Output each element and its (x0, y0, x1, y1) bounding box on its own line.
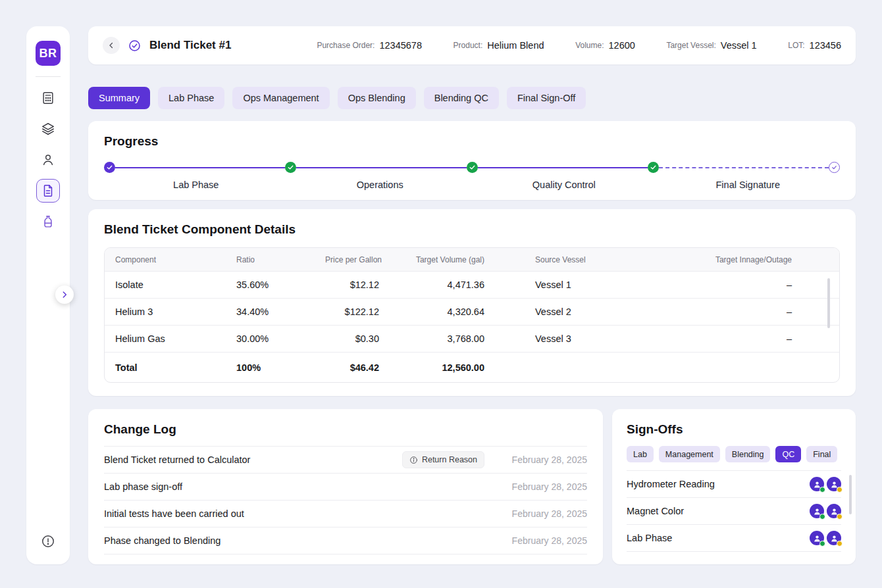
col-price-per-gallon: Price per Gallon (315, 255, 389, 264)
entry-text: Initial tests have been carried out (104, 508, 244, 519)
sign-off-avatars (810, 477, 841, 491)
ticket-header: Blend Ticket #1 Purchase Order: 12345678… (88, 26, 856, 64)
component-details-title: Blend Ticket Component Details (104, 222, 840, 237)
cell-source-vessel: Vessel 3 (494, 333, 692, 344)
field-value: 123456 (810, 40, 841, 51)
back-button[interactable] (103, 37, 120, 54)
step-label-operations: Operations (288, 180, 473, 190)
signer-avatar[interactable] (810, 477, 824, 491)
signer-avatar[interactable] (810, 504, 824, 518)
step-connector (478, 167, 648, 168)
return-reason-label: Return Reason (422, 455, 477, 464)
tab-blending-qc[interactable]: Blending QC (424, 87, 499, 109)
info-icon (409, 456, 418, 464)
change-log-entry: Phase changed to Blending February 28, 2… (104, 527, 587, 554)
col-target-volume: Target Volume (gal) (389, 255, 494, 264)
sidebar-expand-button[interactable] (55, 285, 74, 304)
sidebar-item-vessels[interactable] (36, 210, 60, 233)
sign-off-label: Magnet Color (627, 506, 684, 516)
filter-qc[interactable]: QC (775, 446, 801, 462)
chevron-left-icon (107, 41, 116, 50)
sign-off-item: Magnet Color (627, 498, 841, 525)
sign-offs-scrollbar[interactable] (849, 475, 852, 514)
step-node-qc-done (648, 162, 659, 173)
field-label: Product: (454, 41, 483, 50)
step-node-lab-done (285, 162, 296, 173)
table-row: Isolate 35.60% $12.12 4,471.36 Vessel 1 … (105, 272, 839, 299)
cell-total-label: Total (105, 362, 226, 373)
cell-volume: 4,471.36 (389, 280, 494, 290)
document-icon (41, 184, 55, 198)
sidebar-item-layers[interactable] (36, 117, 60, 141)
status-badge-approved (819, 487, 825, 493)
signer-avatar[interactable] (810, 531, 824, 545)
layers-icon (41, 122, 55, 136)
step-node-final-pending (829, 162, 840, 173)
entry-date: February 28, 2025 (502, 481, 587, 492)
chevron-right-icon (60, 290, 69, 299)
tab-ops-blending[interactable]: Ops Blending (338, 87, 416, 109)
tab-lab-phase[interactable]: Lab Phase (158, 87, 224, 109)
sign-off-list: Hydrometer Reading Magnet Color (627, 470, 841, 552)
page-title: Blend Ticket #1 (149, 39, 231, 52)
progress-card: Progress Lab Phase Operations Quality Co… (88, 121, 856, 200)
tab-summary[interactable]: Summary (88, 87, 150, 109)
field-label: Purchase Order: (317, 41, 375, 50)
progress-stepper (104, 162, 840, 173)
col-source-vessel: Source Vessel (494, 255, 692, 264)
cell-source-vessel: Vessel 1 (494, 280, 692, 290)
cell-total-ratio: 100% (226, 362, 315, 373)
table-row: Helium 3 34.40% $122.12 4,320.64 Vessel … (105, 299, 839, 326)
filter-blending[interactable]: Blending (725, 446, 771, 462)
change-log-card: Change Log Blend Ticket returned to Calc… (88, 409, 603, 564)
field-value: Vessel 1 (721, 40, 757, 51)
entry-text: Lab phase sign-off (104, 481, 182, 492)
status-badge-approved (819, 541, 825, 547)
field-label: LOT: (788, 41, 804, 50)
change-log-entry: Initial tests have been carried out Febr… (104, 501, 587, 527)
table-scrollbar[interactable] (827, 278, 830, 328)
entry-text: Blend Ticket returned to Calculator (104, 454, 250, 465)
cell-price: $122.12 (315, 306, 389, 317)
field-purchase-order: Purchase Order: 12345678 (317, 40, 422, 51)
signer-avatar[interactable] (827, 531, 841, 545)
entry-text: Phase changed to Blending (104, 535, 220, 546)
field-value: 12600 (609, 40, 635, 51)
component-details-card: Blend Ticket Component Details Component… (88, 209, 856, 396)
sign-off-filters: Lab Management Blending QC Final (627, 446, 841, 462)
cell-component: Helium Gas (105, 333, 226, 344)
filter-lab[interactable]: Lab (627, 446, 654, 462)
tab-ops-management[interactable]: Ops Management (232, 87, 329, 109)
filter-final[interactable]: Final (806, 446, 837, 462)
sign-offs-card: Sign-Offs Lab Management Blending QC Fin… (612, 409, 856, 564)
sidebar-nav (36, 86, 60, 233)
entry-date: February 28, 2025 (502, 535, 587, 546)
return-reason-button[interactable]: Return Reason (402, 451, 484, 468)
signer-avatar[interactable] (827, 477, 841, 491)
field-product: Product: Helium Blend (454, 40, 544, 51)
step-node-start-done (104, 162, 115, 173)
filter-management[interactable]: Management (659, 446, 720, 462)
app-logo: BR (36, 41, 61, 66)
sign-off-avatars (810, 504, 841, 518)
calculator-icon (41, 91, 55, 105)
sidebar-item-blend-tickets[interactable] (36, 179, 60, 203)
cell-ratio: 30.00% (226, 333, 315, 344)
field-value: 12345678 (379, 40, 422, 51)
signer-avatar[interactable] (827, 504, 841, 518)
field-label: Volume: (575, 41, 604, 50)
alert-circle-icon (41, 534, 55, 549)
components-table: Component Ratio Price per Gallon Target … (104, 247, 840, 383)
cell-volume: 3,768.00 (389, 333, 494, 344)
cell-total-price: $46.42 (315, 362, 389, 373)
cell-component: Helium 3 (105, 306, 226, 317)
step-label-lab-phase: Lab Phase (104, 180, 288, 190)
status-badge-pending (837, 541, 843, 547)
tab-final-sign-off[interactable]: Final Sign-Off (507, 87, 586, 109)
field-volume: Volume: 12600 (575, 40, 635, 51)
sidebar-item-calculator[interactable] (36, 86, 60, 110)
sidebar-footer-alert[interactable] (41, 534, 55, 551)
field-lot: LOT: 123456 (788, 40, 841, 51)
sidebar-item-users[interactable] (36, 148, 60, 172)
table-total-row: Total 100% $46.42 12,560.00 (105, 353, 839, 382)
